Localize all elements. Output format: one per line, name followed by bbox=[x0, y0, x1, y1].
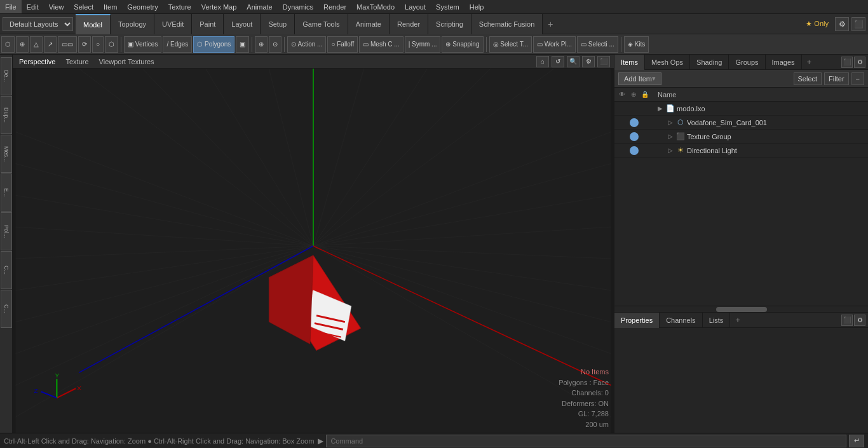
simcard-expand[interactable]: ▷ bbox=[668, 119, 675, 126]
vertices-btn[interactable]: ▣ Vertices bbox=[124, 36, 161, 53]
list-item-texgroup[interactable]: ▷ ⬛ Texture Group bbox=[614, 130, 868, 144]
sidebar-de-btn[interactable]: De... bbox=[1, 57, 12, 95]
sidebar-c1-btn[interactable]: C... bbox=[1, 251, 12, 289]
dirlight-vis-dot[interactable] bbox=[630, 146, 639, 155]
items-scrollbar[interactable] bbox=[614, 306, 868, 312]
add2-btn[interactable]: ⊕ bbox=[255, 36, 268, 53]
kits-btn[interactable]: ◈ Kits bbox=[624, 36, 649, 53]
menu-render[interactable]: Render bbox=[318, 0, 351, 13]
sidebar-c2-btn[interactable]: C... bbox=[1, 290, 12, 328]
sidebar-e-btn[interactable]: E... bbox=[1, 173, 12, 212]
circ-btn[interactable]: ○ bbox=[92, 36, 104, 53]
texgroup-expand[interactable]: ▷ bbox=[668, 133, 675, 140]
panel-maximize-btn[interactable]: ⬛ bbox=[841, 57, 853, 68]
selecti-btn[interactable]: ▭ Selecti ... bbox=[577, 36, 618, 53]
tab-animate[interactable]: Animate bbox=[348, 14, 390, 34]
simcard-vis-dot[interactable] bbox=[630, 118, 639, 127]
vp-tab-perspective[interactable]: Perspective bbox=[17, 58, 58, 65]
transform-btn[interactable]: ↗ bbox=[44, 36, 57, 53]
add-panel-tab-btn[interactable]: + bbox=[802, 57, 817, 67]
list-item-root[interactable]: ▶ 📄 modo.lxo bbox=[614, 102, 868, 116]
menu-edit[interactable]: Edit bbox=[22, 0, 44, 13]
tab-layout[interactable]: Layout bbox=[224, 14, 261, 34]
menu-layout[interactable]: Layout bbox=[400, 0, 431, 13]
vp-ctrl-maximize[interactable]: ⬛ bbox=[597, 56, 610, 67]
vp-ctrl-zoom[interactable]: 🔍 bbox=[567, 56, 580, 67]
texgroup-vis-dot[interactable] bbox=[630, 132, 639, 141]
panel-tab-images[interactable]: Images bbox=[766, 55, 802, 70]
sidebar-dup-btn[interactable]: Dup... bbox=[1, 96, 12, 134]
list-item-simcard[interactable]: ▷ ⬡ Vodafone_Sim_Card_001 bbox=[614, 116, 868, 130]
tab-setup[interactable]: Setup bbox=[261, 14, 295, 34]
hex-mode-btn[interactable]: ⬡ bbox=[105, 36, 118, 53]
add-prop-tab-btn[interactable]: + bbox=[730, 315, 745, 325]
symm-btn[interactable]: | Symm ... bbox=[405, 36, 441, 53]
menu-file[interactable]: File bbox=[0, 0, 22, 13]
prop-tab-properties[interactable]: Properties bbox=[614, 313, 660, 328]
prop-tab-lists[interactable]: Lists bbox=[703, 313, 731, 328]
sidebar-pol-btn[interactable]: Pol... bbox=[1, 212, 12, 250]
vp-tab-viewport-textures[interactable]: Viewport Textures bbox=[97, 58, 157, 65]
menu-system[interactable]: System bbox=[431, 0, 465, 13]
tab-schematicfusion[interactable]: Schematic Fusion bbox=[471, 14, 543, 34]
vp-ctrl-fit[interactable]: ↺ bbox=[552, 56, 564, 67]
menu-item[interactable]: Item bbox=[98, 0, 122, 13]
menu-geometry[interactable]: Geometry bbox=[122, 0, 163, 13]
menu-animate[interactable]: Animate bbox=[241, 0, 277, 13]
tab-paint[interactable]: Paint bbox=[192, 14, 224, 34]
menu-maxtomodo[interactable]: MaxToModo bbox=[351, 0, 400, 13]
list-item-dirlight[interactable]: ▷ ☀ Directional Light bbox=[614, 144, 868, 158]
vp-ctrl-home[interactable]: ⌂ bbox=[536, 56, 549, 67]
command-submit-btn[interactable]: ↵ bbox=[849, 435, 864, 447]
panel-tab-shading[interactable]: Shading bbox=[690, 55, 729, 70]
prop-maximize-btn[interactable]: ⬛ bbox=[841, 315, 853, 326]
sidebar-mes-btn[interactable]: Mes... bbox=[1, 135, 12, 173]
root-expand[interactable]: ▶ bbox=[658, 105, 665, 112]
add-item-btn[interactable]: Add Item ▾ bbox=[618, 72, 661, 85]
panel-minus-btn[interactable]: − bbox=[851, 72, 864, 85]
meshc-btn[interactable]: ▭ Mesh C ... bbox=[359, 36, 403, 53]
tab-render[interactable]: Render bbox=[390, 14, 428, 34]
workpl-btn[interactable]: ▭ Work Pl... bbox=[533, 36, 576, 53]
menu-vertexmap[interactable]: Vertex Map bbox=[196, 0, 242, 13]
toolbar1-maximize-btn[interactable]: ⬛ bbox=[851, 17, 865, 31]
tab-uvedit[interactable]: UVEdit bbox=[154, 14, 192, 34]
item-mode-btn[interactable]: ▣ bbox=[236, 36, 249, 53]
tri-btn[interactable]: △ bbox=[30, 36, 43, 53]
panel-tab-groups[interactable]: Groups bbox=[729, 55, 765, 70]
grid-btn[interactable]: ▭▭ bbox=[58, 36, 77, 53]
action-btn[interactable]: ⊙ Action ... bbox=[287, 36, 326, 53]
prop-tab-channels[interactable]: Channels bbox=[660, 313, 702, 328]
dirlight-expand[interactable]: ▷ bbox=[668, 147, 675, 154]
viewport-canvas[interactable]: X Y Z No Items Polygons : Face Channels:… bbox=[13, 69, 614, 433]
tab-topology[interactable]: Topology bbox=[111, 14, 154, 34]
toolbar1-settings-btn[interactable]: ⚙ bbox=[835, 17, 849, 31]
tab-model[interactable]: Model bbox=[76, 14, 111, 34]
snapping-btn[interactable]: ⊕ Snapping bbox=[442, 36, 483, 53]
filter-btn[interactable]: Filter bbox=[824, 72, 848, 85]
panel-tab-items[interactable]: Items bbox=[614, 55, 645, 70]
sub-btn[interactable]: ⊙ bbox=[269, 36, 281, 53]
falloff-btn[interactable]: ○ Falloff bbox=[327, 36, 358, 53]
panel-tab-meshops[interactable]: Mesh Ops bbox=[645, 55, 690, 70]
tab-scripting[interactable]: Scripting bbox=[428, 14, 471, 34]
snapping-mode-btn[interactable]: ⬡ bbox=[1, 36, 15, 53]
rot-btn[interactable]: ⟳ bbox=[78, 36, 91, 53]
menu-select[interactable]: Select bbox=[69, 0, 98, 13]
menu-texture[interactable]: Texture bbox=[163, 0, 196, 13]
vp-tab-texture[interactable]: Texture bbox=[63, 58, 91, 65]
command-input[interactable] bbox=[326, 435, 846, 447]
selectt-btn[interactable]: ◎ Select T... bbox=[489, 36, 532, 53]
layout-dropdown[interactable]: Default Layouts bbox=[3, 17, 73, 31]
select-btn[interactable]: Select bbox=[794, 72, 822, 85]
tab-gametools[interactable]: Game Tools bbox=[295, 14, 348, 34]
polygons-btn[interactable]: ⬡ Polygons bbox=[193, 36, 234, 53]
vp-ctrl-settings[interactable]: ⚙ bbox=[582, 56, 595, 67]
edges-btn[interactable]: / Edges bbox=[163, 36, 192, 53]
prop-settings-btn[interactable]: ⚙ bbox=[854, 315, 865, 326]
add-tab-btn[interactable]: + bbox=[543, 14, 558, 34]
menu-help[interactable]: Help bbox=[465, 0, 489, 13]
menu-view[interactable]: View bbox=[44, 0, 69, 13]
origin-btn[interactable]: ⊕ bbox=[16, 36, 29, 53]
menu-dynamics[interactable]: Dynamics bbox=[278, 0, 318, 13]
